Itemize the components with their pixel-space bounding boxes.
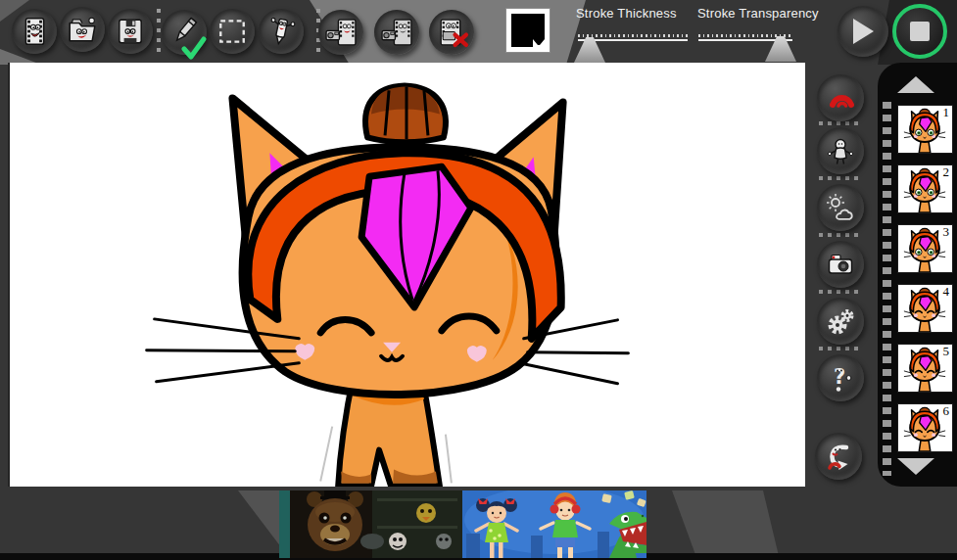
open-project-button[interactable] (60, 7, 105, 52)
delete-frame-button[interactable] (429, 10, 474, 55)
select-tool-button[interactable] (210, 9, 255, 54)
frame-number: 5 (943, 345, 950, 358)
red-stroke-icon (825, 83, 857, 113)
slider-ticks (578, 34, 688, 37)
app-window: Stroke Thickness Stroke Transparency (0, 0, 957, 560)
movie-project-button[interactable] (12, 9, 57, 54)
floppy-disk-icon (115, 16, 146, 47)
sidebar-separator (819, 290, 862, 294)
toolbar-separator (157, 9, 161, 56)
frame-number: 3 (943, 225, 950, 239)
scene-weather-button[interactable] (817, 184, 864, 231)
camera-icon (826, 250, 855, 279)
sidebar-separator (819, 176, 862, 180)
kids-cartoon-ad-art (462, 490, 646, 558)
help-button[interactable]: ? (817, 354, 864, 401)
play-button[interactable] (837, 6, 888, 57)
frame-thumbnail-2[interactable]: 2 (897, 164, 953, 213)
sidebar-separator (819, 121, 862, 125)
frame-number: 6 (943, 404, 950, 418)
undo-arrow-icon (823, 441, 854, 472)
sun-cloud-icon (826, 193, 855, 222)
swatch-dropdown-icon (533, 39, 545, 47)
frame-thumbnail-5[interactable]: 5 (897, 344, 953, 393)
frame-number: 2 (943, 165, 950, 179)
character-button[interactable] (817, 127, 864, 174)
filmstrip-sprocket-holes (883, 102, 891, 476)
sidebar-separator (819, 347, 862, 350)
frame-thumbnail-1[interactable]: 1 (897, 105, 953, 154)
camera-button[interactable] (817, 241, 864, 288)
sidebar-separator (819, 233, 862, 237)
stroke-thickness-label: Stroke Thickness (576, 6, 677, 21)
frame-number: 4 (943, 285, 950, 299)
gears-icon (826, 306, 855, 336)
film-reel-icon (19, 16, 50, 47)
banner-ad-fnaf[interactable] (279, 490, 462, 558)
duplicate-frame-icon (380, 18, 414, 48)
frame-thumbnail-6[interactable]: 6 (897, 403, 953, 452)
stop-icon (910, 22, 930, 41)
eraser-character-icon (265, 16, 297, 47)
banner-ad-kids-cartoon[interactable] (462, 490, 646, 558)
folder-icon (67, 14, 98, 45)
settings-button[interactable] (817, 298, 864, 345)
color-swatch[interactable] (505, 8, 550, 53)
fnaf-ad-art (279, 490, 462, 558)
stop-button[interactable] (892, 4, 947, 59)
svg-text:?: ? (834, 365, 845, 389)
cat-drawing (10, 63, 805, 487)
stroke-color-button[interactable] (817, 74, 864, 121)
active-tool-check-icon (181, 36, 207, 60)
filmstrip-panel: 1 2 3 4 5 6 (878, 63, 957, 487)
capture-frame-button[interactable] (318, 10, 363, 55)
pen-tool-button[interactable] (162, 10, 207, 55)
duplicate-frame-button[interactable] (374, 10, 419, 55)
frame-number: 1 (943, 106, 950, 119)
filmstrip-scroll-down-icon[interactable] (897, 458, 934, 475)
save-project-button[interactable] (108, 9, 153, 54)
eraser-tool-button[interactable] (259, 9, 304, 54)
frame-thumbnail-4[interactable]: 4 (897, 284, 953, 333)
filmstrip-scroll-up-icon[interactable] (897, 76, 934, 93)
drawing-canvas[interactable] (8, 63, 805, 487)
undo-button[interactable] (815, 433, 862, 480)
question-mark-icon: ? (826, 363, 855, 393)
delete-frame-icon (435, 18, 469, 48)
selection-rectangle-icon (216, 16, 248, 47)
frame-thumbnail-3[interactable]: 3 (897, 224, 953, 273)
stroke-transparency-label: Stroke Transparency (697, 6, 819, 21)
puppet-icon (826, 136, 855, 165)
camera-film-frame-icon (324, 18, 359, 48)
play-icon (851, 18, 875, 45)
